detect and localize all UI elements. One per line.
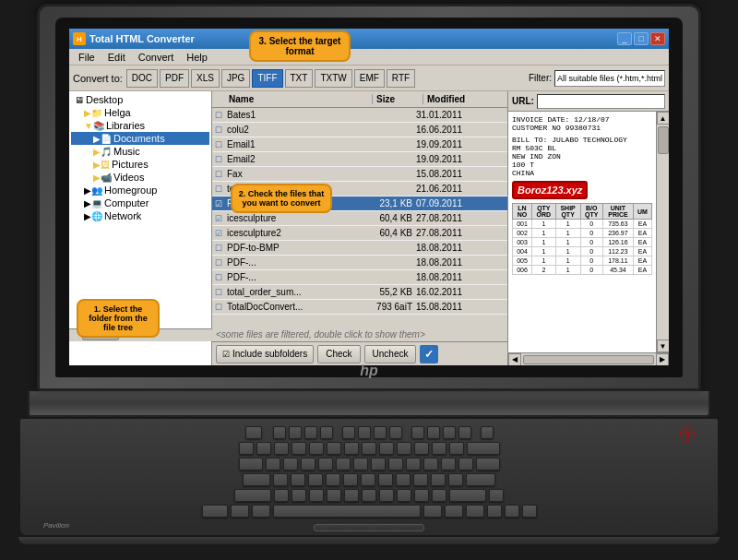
cell-um: EA <box>634 256 652 266</box>
format-tiff[interactable]: TIFF <box>252 69 282 88</box>
file-date-cell: 07.09.2011 <box>414 198 479 209</box>
menu-convert[interactable]: Convert <box>133 51 180 64</box>
key-ralt <box>423 505 442 518</box>
file-row[interactable]: ☐ PDF-... 18.08.2011 <box>212 270 507 285</box>
file-check[interactable]: ☑ <box>212 229 225 238</box>
key-c <box>309 489 324 502</box>
key-rbracket <box>458 458 473 471</box>
file-check[interactable]: ☐ <box>212 111 225 120</box>
key-e <box>301 458 315 471</box>
main-content: 1. Select the folder from the file tree … <box>69 91 669 365</box>
format-doc[interactable]: DOC <box>126 69 158 88</box>
file-check[interactable]: ☐ <box>212 273 225 282</box>
file-row[interactable]: ☐ PDF-to-BMP 18.08.2011 <box>212 241 507 256</box>
key-7 <box>362 442 376 455</box>
invoice-row: 006 2 1 0 45.34 EA <box>513 266 652 275</box>
file-row[interactable]: ☐ Email2 19.09.2011 <box>212 152 507 167</box>
file-check[interactable]: ☐ <box>212 185 225 194</box>
scroll-thumb[interactable] <box>658 126 669 154</box>
tree-item-computer[interactable]: ▶💻 Computer <box>71 197 209 209</box>
uncheck-button[interactable]: Uncheck <box>364 345 417 363</box>
cell-um: EA <box>634 229 652 238</box>
file-row[interactable]: ☐ total_order_sum... 55,2 KB 16.02.2011 <box>212 285 507 300</box>
modified-column-header[interactable]: Modified <box>423 94 488 104</box>
preview-scrollbar[interactable]: ▲ ▼ <box>656 112 669 352</box>
scroll-left-button[interactable]: ◀ <box>508 353 521 366</box>
format-jpg[interactable]: JPG <box>221 69 250 88</box>
tree-item-network[interactable]: ▶🌐 Network <box>71 209 209 222</box>
scroll-up-button[interactable]: ▲ <box>657 112 670 125</box>
tree-item-homegroup[interactable]: ▶👥 Homegroup <box>71 184 209 197</box>
touchpad[interactable] <box>314 524 424 531</box>
file-check[interactable]: ☑ <box>212 214 225 223</box>
folder-icon-music: ▶🎵 <box>93 147 112 157</box>
file-row[interactable]: ☑ icesculpture2 60,4 KB 27.08.2011 <box>212 226 507 241</box>
invoice-date-value: 12/18/07 <box>574 115 609 124</box>
format-txt[interactable]: TXT <box>285 69 314 88</box>
laptop-lid: 3. Select the target format H Total HTML… <box>37 4 701 391</box>
minimize-button[interactable]: _ <box>617 32 632 45</box>
invoice-row: 001 1 1 0 735.63 EA <box>513 220 652 229</box>
file-check[interactable]: ☐ <box>212 140 225 149</box>
preview-panel: URL: INVOICE DATE: 12/18/07 <box>507 91 669 365</box>
cell-um: EA <box>634 266 652 275</box>
format-emf[interactable]: EMF <box>354 69 385 88</box>
cell-bo: 0 <box>580 229 602 238</box>
maximize-button[interactable]: □ <box>634 32 649 45</box>
file-row[interactable]: ☐ Fax 15.08.2011 <box>212 167 507 182</box>
file-row[interactable]: ☐ TotalDocConvert... 793 6aiT 15.08.2011 <box>212 300 507 315</box>
cell-ship: 1 <box>555 256 580 266</box>
format-xls[interactable]: XLS <box>191 69 220 88</box>
key-slash <box>432 489 446 502</box>
tree-item-music[interactable]: ▶🎵 Music <box>71 145 209 158</box>
include-subfolders-button[interactable]: ☑ Include subfolders <box>216 345 314 363</box>
tree-item-desktop[interactable]: 🖥 Desktop <box>71 93 209 106</box>
preview-scrollbar-h[interactable]: ◀ ▶ <box>508 352 669 365</box>
file-check[interactable]: ☑ <box>212 199 225 209</box>
file-check[interactable]: ☐ <box>212 125 225 135</box>
url-input[interactable] <box>537 94 665 109</box>
file-row[interactable]: ☑ icesculpture 60,4 KB 27.08.2011 <box>212 211 507 226</box>
file-row[interactable]: ☐ PDF-... 18.08.2011 <box>212 256 507 270</box>
tree-item-pictures[interactable]: ▶🖼 Pictures <box>71 158 209 171</box>
key-y <box>353 458 368 471</box>
close-button[interactable]: ✕ <box>650 32 665 45</box>
name-column-header[interactable]: Name <box>225 94 373 104</box>
tree-item-helga[interactable]: ▶📁 Helga <box>71 106 209 119</box>
file-name-cell: Email2 <box>225 154 363 164</box>
file-check[interactable]: ☐ <box>212 155 225 164</box>
tree-item-libraries[interactable]: ▼📚 Libraries <box>71 119 209 132</box>
file-check[interactable]: ☐ <box>212 258 225 268</box>
col-bo: B/OQTY <box>580 204 602 220</box>
menu-file[interactable]: File <box>73 51 101 64</box>
file-date-cell: 18.08.2011 <box>414 257 479 268</box>
scroll-down-button[interactable]: ▼ <box>657 340 670 352</box>
menu-edit[interactable]: Edit <box>102 51 131 64</box>
key-w <box>283 458 298 471</box>
scroll-right-button[interactable]: ▶ <box>656 353 669 366</box>
format-rtf[interactable]: RTF <box>387 69 415 88</box>
tree-item-videos[interactable]: ▶📹 Videos <box>71 171 209 184</box>
size-column-header[interactable]: Size <box>373 94 423 104</box>
check-button[interactable]: Check <box>317 345 360 363</box>
format-pdf[interactable]: PDF <box>160 69 189 88</box>
filter-input[interactable] <box>554 70 665 87</box>
menu-help[interactable]: Help <box>181 51 213 64</box>
file-row[interactable]: ☐ Email1 19.09.2011 <box>212 137 507 152</box>
file-check[interactable]: ☐ <box>212 303 225 312</box>
key-9 <box>397 442 411 455</box>
file-check[interactable]: ☐ <box>212 244 225 253</box>
file-check[interactable]: ☐ <box>212 170 225 179</box>
file-list-header: Name Size Modified <box>212 91 507 108</box>
file-row[interactable]: ☐ Bates1 31.01.2011 <box>212 108 507 123</box>
tree-item-documents[interactable]: ▶📄 Documents <box>71 132 209 145</box>
key-lbracket <box>441 458 456 471</box>
bill-to-line3: NEW IND ZON <box>512 152 652 161</box>
ok-button[interactable]: ✓ <box>420 345 438 363</box>
convert-label: Convert to: <box>73 73 123 84</box>
file-row[interactable]: ☐ colu2 16.06.2011 <box>212 123 507 137</box>
format-txtw[interactable]: TXTW <box>315 69 351 88</box>
key-esc <box>245 426 262 439</box>
file-check[interactable]: ☐ <box>212 288 225 297</box>
beats-logo: b <box>680 426 695 441</box>
